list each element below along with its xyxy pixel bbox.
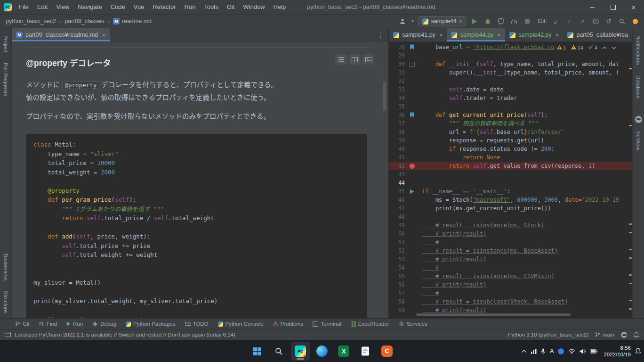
git-branch-widget[interactable]: main bbox=[595, 332, 614, 337]
breakpoint-icon[interactable] bbox=[407, 164, 422, 169]
rollback-button[interactable]: ↺ bbox=[604, 16, 613, 26]
wifi-icon[interactable] bbox=[568, 349, 575, 354]
toolwindow-python-packages[interactable]: Python Packages bbox=[121, 319, 180, 329]
git-push-button[interactable]: ↗ bbox=[578, 16, 587, 26]
code-line[interactable]: 35 bbox=[389, 102, 632, 111]
toolwindow-pull-requests[interactable]: Pull Requests bbox=[3, 58, 8, 101]
close-icon[interactable]: × bbox=[497, 32, 501, 39]
menu-edit[interactable]: Edit bbox=[33, 0, 52, 14]
code-line[interactable]: 39 response = requests.get(url) bbox=[389, 136, 632, 145]
taskbar-app-excel[interactable]: X bbox=[334, 342, 353, 361]
toolwindow-find[interactable]: Find bbox=[34, 319, 62, 329]
history-button[interactable] bbox=[591, 16, 600, 26]
toolwindow-excelreader[interactable]: ExcelReader bbox=[346, 319, 394, 329]
prev-problem-icon[interactable] bbox=[602, 45, 607, 50]
inspections-widget[interactable]: 1144 bbox=[554, 44, 620, 51]
run-config-selector[interactable]: sample44 ▾ bbox=[419, 16, 466, 26]
menu-view[interactable]: View bbox=[52, 0, 73, 14]
code-line[interactable]: 56 # print(result) bbox=[389, 280, 632, 289]
code-line[interactable]: 30− def __init__(self, type_name, total_… bbox=[389, 60, 632, 68]
toolwindow-database[interactable]: Database bbox=[636, 70, 641, 104]
code-line[interactable]: 44 bbox=[389, 179, 632, 187]
battery-icon[interactable] bbox=[590, 349, 597, 354]
code-line[interactable]: 57 # bbox=[389, 289, 632, 297]
close-icon[interactable]: × bbox=[102, 32, 105, 39]
toolwindow-bookmarks[interactable]: Bookmarks bbox=[3, 248, 8, 286]
volume-icon[interactable] bbox=[580, 349, 586, 354]
toolwindow-todo[interactable]: TODO bbox=[180, 319, 213, 329]
menu-git[interactable]: Git bbox=[223, 0, 239, 14]
menu-run[interactable]: Run bbox=[180, 0, 200, 14]
menu-vue[interactable]: Vue bbox=[129, 0, 149, 14]
toolwindow-python-console[interactable]: Python Console bbox=[213, 319, 268, 329]
notification-center-icon[interactable] bbox=[635, 348, 641, 354]
fold-marker-icon[interactable]: − bbox=[407, 62, 422, 67]
mic-icon[interactable] bbox=[541, 348, 546, 354]
inspection-ok[interactable]: 4 bbox=[588, 45, 597, 50]
run-line-icon[interactable] bbox=[407, 189, 422, 194]
code-line[interactable]: 54 # bbox=[389, 263, 632, 272]
next-problem-icon[interactable] bbox=[612, 45, 616, 50]
maximize-button[interactable] bbox=[603, 0, 623, 14]
search-everywhere-icon[interactable] bbox=[618, 16, 626, 26]
toolwindow-project[interactable]: Project bbox=[3, 30, 8, 58]
chevron-up-icon[interactable] bbox=[521, 349, 527, 353]
taskbar-app-notepad[interactable] bbox=[356, 342, 375, 361]
menu-window[interactable]: Window bbox=[239, 0, 269, 14]
code-line[interactable]: 43 bbox=[389, 170, 632, 179]
menu-navigate[interactable]: Navigate bbox=[73, 0, 106, 14]
code-line[interactable]: 42 return self.get_value_from_csv(respon… bbox=[389, 162, 632, 170]
code-line[interactable]: 45if __name__ == '__main__': bbox=[389, 187, 632, 196]
toolwindow-notifications[interactable]: Notifications bbox=[636, 30, 641, 70]
menu-file[interactable]: File bbox=[15, 0, 33, 14]
toolwindow-run[interactable]: Run bbox=[62, 319, 88, 329]
user-avatar-icon[interactable] bbox=[398, 16, 407, 26]
toolwindow-debug[interactable]: Debug bbox=[88, 319, 121, 329]
show-editor-only-button[interactable] bbox=[335, 54, 347, 65]
close-icon[interactable]: × bbox=[439, 32, 443, 39]
code-line[interactable]: 32 bbox=[389, 77, 632, 85]
taskbar-app-app-orange[interactable]: C bbox=[378, 342, 396, 361]
toolwindow-git[interactable]: Git bbox=[10, 319, 34, 329]
code-line[interactable]: 55 # result = isinstance(ms, CSVMixin) bbox=[389, 272, 632, 280]
code-line[interactable]: 47 print(ms.get_current_unit_price()) bbox=[389, 204, 632, 213]
breadcrumb-item-python-basic-sec2[interactable]: python_basic_sec2 bbox=[5, 18, 57, 25]
tab-readme-md[interactable]: M part09_classes¥readme.md × bbox=[12, 28, 110, 41]
toolwindow-services[interactable]: Services bbox=[394, 319, 432, 329]
taskbar-app-search[interactable] bbox=[269, 342, 288, 361]
show-preview-only-button[interactable] bbox=[362, 54, 374, 65]
code-line[interactable]: 46 ms = Stock("macrosoft", 600000, 3000,… bbox=[389, 196, 632, 204]
code-line[interactable]: 31 super().__init__(type_name, total_pri… bbox=[389, 68, 632, 77]
close-button[interactable]: × bbox=[623, 0, 644, 14]
debug-button[interactable] bbox=[483, 16, 492, 26]
close-icon[interactable]: × bbox=[555, 32, 559, 39]
avatar-dropdown-icon[interactable]: ▾ bbox=[411, 19, 414, 24]
tab-sample42-py[interactable]: sample42.py× bbox=[505, 28, 563, 41]
code-line[interactable]: 53 # print(result) bbox=[389, 255, 632, 263]
tab-sample41-py[interactable]: sample41.py× bbox=[389, 28, 447, 41]
git-commit-button[interactable]: ✓ bbox=[565, 16, 573, 26]
toolwindow-structure[interactable]: Structure bbox=[3, 286, 8, 318]
breadcrumb-item-readme-md[interactable]: Mreadme.md bbox=[112, 18, 153, 25]
bluetooth-icon[interactable] bbox=[558, 348, 564, 354]
run-button[interactable] bbox=[470, 16, 479, 26]
taskbar-app-start[interactable] bbox=[248, 342, 266, 361]
code-line[interactable]: 33 self.date = date bbox=[389, 85, 632, 94]
menu-help[interactable]: Help bbox=[269, 0, 290, 14]
stop-button[interactable] bbox=[523, 16, 531, 26]
menu-code[interactable]: Code bbox=[106, 0, 129, 14]
code-line[interactable]: 41 return None bbox=[389, 153, 632, 162]
code-editor[interactable]: 28 base_url = 'https://flask.pc5bai.com'… bbox=[389, 42, 632, 318]
breadcrumb-item-part09-classes[interactable]: part09_classes bbox=[64, 18, 105, 25]
taskbar-app-pycharm[interactable]: PC bbox=[291, 342, 310, 361]
interpreter-selector[interactable]: Python 3.10 (python_basic_sec2) bbox=[508, 332, 588, 337]
toolwindow-switcher-icon[interactable] bbox=[5, 332, 11, 338]
toolwindow-sciview[interactable]: SciView bbox=[636, 126, 641, 156]
code-line[interactable]: 37 """ 現在の買取単価を調べる """ bbox=[389, 119, 632, 128]
toolwindow-problems[interactable]: Problems bbox=[268, 319, 308, 329]
copilot-status-icon[interactable] bbox=[621, 332, 627, 338]
inspection-error[interactable]: 1 bbox=[557, 45, 566, 50]
github-copilot-icon[interactable] bbox=[635, 116, 642, 123]
toolwindow-terminal[interactable]: Terminal bbox=[308, 319, 346, 329]
show-editor-and-preview-button[interactable] bbox=[349, 54, 361, 65]
